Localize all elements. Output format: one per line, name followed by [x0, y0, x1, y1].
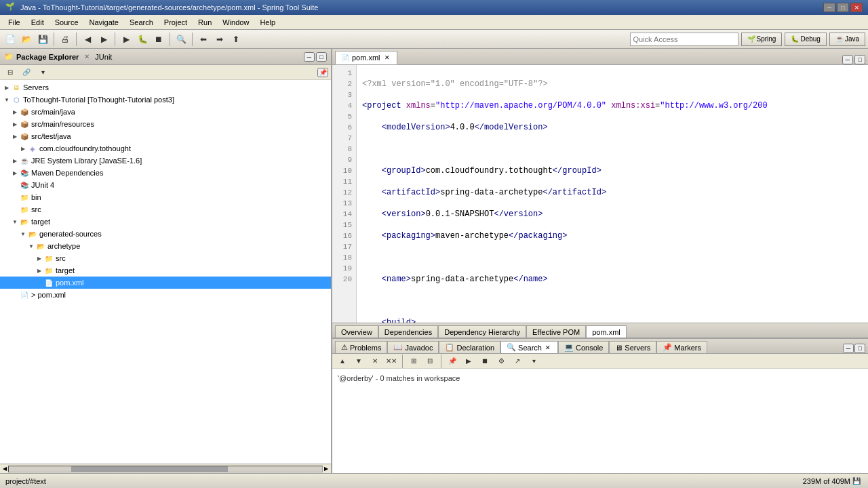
menu-edit[interactable]: Edit: [26, 17, 50, 28]
menu-source[interactable]: Source: [50, 17, 84, 28]
tree-item-pom-xml-root[interactable]: ▶ 📄 > pom.xml: [0, 289, 331, 301]
close-button[interactable]: ✕: [850, 3, 863, 12]
menu-navigate[interactable]: Navigate: [84, 17, 124, 28]
tree-item-src-main-resources[interactable]: ▶ 📦 src/main/resources: [0, 118, 331, 130]
toolbar-nav2[interactable]: ➡: [212, 32, 227, 47]
src-test-java-arrow[interactable]: ▶: [11, 134, 19, 140]
bp-tab-console[interactable]: 💻 Console: [558, 341, 609, 353]
junit-tab[interactable]: JUnit: [95, 53, 112, 61]
bottom-tab-dependencies[interactable]: Dependencies: [378, 325, 438, 338]
menu-run[interactable]: Run: [193, 17, 217, 28]
editor-minimize[interactable]: ─: [842, 55, 853, 64]
menu-window[interactable]: Window: [217, 17, 254, 28]
search-next-button[interactable]: ▼: [351, 354, 366, 369]
toolbar-search[interactable]: 🔍: [174, 32, 189, 47]
tree-item-src[interactable]: ▶ 📁 src: [0, 203, 331, 216]
src-main-resources-arrow[interactable]: ▶: [11, 121, 19, 127]
explorer-menu[interactable]: ▾: [35, 65, 50, 80]
toolbar-back[interactable]: ◀: [80, 32, 95, 47]
bp-tab-problems[interactable]: ⚠ Problems: [335, 341, 387, 353]
search-collapse[interactable]: ⊟: [422, 354, 437, 369]
target-arrow[interactable]: ▼: [11, 219, 19, 225]
debug-perspective-button[interactable]: 🐛 Debug: [785, 33, 826, 46]
gc-button[interactable]: 💾: [850, 476, 863, 487]
minimize-button[interactable]: ─: [823, 3, 835, 12]
tree-item-bin[interactable]: ▶ 📁 bin: [0, 191, 331, 203]
code-content[interactable]: <?xml version="1.0" encoding="UTF-8"?> <…: [357, 65, 868, 323]
tree-item-archetype-target[interactable]: ▶ 📁 target: [0, 264, 331, 277]
bp-tab-search[interactable]: 🔍 Search ✕: [500, 341, 558, 353]
search-settings[interactable]: ⚙: [494, 354, 509, 369]
quick-access-input[interactable]: [630, 33, 738, 46]
horiz-scroll-bar[interactable]: [8, 466, 323, 472]
tree-item-servers[interactable]: ▶ 🖥 Servers: [0, 81, 331, 94]
jre-arrow[interactable]: ▶: [11, 158, 19, 164]
explorer-collapse-all[interactable]: ⊟: [3, 65, 18, 80]
window-controls[interactable]: ─ □ ✕: [823, 3, 863, 12]
toolbar-stop[interactable]: ⏹: [151, 32, 166, 47]
editor-tab-close[interactable]: ✕: [383, 54, 391, 62]
left-panel-minimize[interactable]: ─: [304, 52, 315, 62]
menu-file[interactable]: File: [3, 17, 26, 28]
bottom-tab-effective-pom[interactable]: Effective POM: [526, 325, 586, 338]
toolbar-run[interactable]: ▶: [119, 32, 134, 47]
toolbar-print[interactable]: 🖨: [58, 32, 73, 47]
search-pin[interactable]: 📌: [445, 354, 460, 369]
menu-help[interactable]: Help: [254, 17, 281, 28]
left-panel-maximize[interactable]: □: [316, 52, 327, 62]
search-remove-all[interactable]: ✕✕: [384, 354, 399, 369]
archetype-arrow[interactable]: ▼: [27, 243, 35, 249]
tree-item-pom-xml-child[interactable]: ▶ 📄 pom.xml: [0, 277, 331, 289]
bottom-tab-pom-xml[interactable]: pom.xml: [586, 325, 627, 338]
left-panel-horiz-scroll[interactable]: ◀ ▶: [0, 464, 331, 473]
toolbar-nav1[interactable]: ⬅: [196, 32, 211, 47]
toolbar-nav3[interactable]: ⬆: [229, 32, 243, 47]
java-perspective-button[interactable]: ☕ Java: [829, 33, 865, 46]
code-editor[interactable]: 1 2 3 4 5 6 7 8 9 10 11 12 13 14 15 16 1…: [332, 65, 868, 323]
search-tab-close[interactable]: ✕: [544, 344, 552, 352]
explorer-link[interactable]: 🔗: [19, 65, 34, 80]
tree-item-archetype-src[interactable]: ▶ 📁 src: [0, 252, 331, 264]
tree-item-target[interactable]: ▼ 📂 target: [0, 216, 331, 228]
scroll-left-arrow[interactable]: ◀: [1, 466, 8, 472]
bp-tab-declaration[interactable]: 📋 Declaration: [439, 341, 500, 353]
com-cloudfoundry-arrow[interactable]: ▶: [19, 146, 27, 152]
spring-perspective-button[interactable]: 🌱 Spring: [741, 33, 783, 46]
bottom-tab-dependency-hierarchy[interactable]: Dependency Hierarchy: [438, 325, 526, 338]
search-menu[interactable]: ▾: [526, 354, 541, 369]
toolbar-open[interactable]: 📂: [19, 32, 34, 47]
search-prev-button[interactable]: ▲: [335, 354, 350, 369]
bottom-panel-minimize[interactable]: ─: [843, 344, 854, 353]
bottom-panel-maximize[interactable]: □: [854, 344, 865, 353]
menu-project[interactable]: Project: [159, 17, 193, 28]
bp-tab-javadoc[interactable]: 📖 Javadoc: [387, 341, 439, 353]
toolbar-debug[interactable]: 🐛: [135, 32, 150, 47]
package-tree[interactable]: ▶ 🖥 Servers ▼ ⬡ ToThought-Tutorial [ToTh…: [0, 80, 331, 464]
tree-item-tothought[interactable]: ▼ ⬡ ToThought-Tutorial [ToThought-Tutori…: [0, 94, 331, 106]
search-expand[interactable]: ⊞: [406, 354, 421, 369]
toolbar-save[interactable]: 💾: [35, 32, 50, 47]
editor-tab-pom-xml[interactable]: 📄 pom.xml ✕: [335, 51, 397, 64]
menu-search[interactable]: Search: [124, 17, 159, 28]
bp-tab-servers[interactable]: 🖥 Servers: [609, 341, 656, 353]
search-remove-match[interactable]: ✕: [368, 354, 382, 369]
tree-item-jre[interactable]: ▶ ☕ JRE System Library [JavaSE-1.6]: [0, 155, 331, 167]
tothought-arrow[interactable]: ▼: [3, 97, 11, 103]
maven-deps-arrow[interactable]: ▶: [11, 170, 19, 176]
scroll-right-arrow[interactable]: ▶: [323, 466, 330, 472]
search-export[interactable]: ↗: [510, 354, 525, 369]
editor-maximize[interactable]: □: [854, 55, 865, 64]
tree-item-com-cloudfoundry[interactable]: ▶ ◈ com.cloudfoundry.tothought: [0, 142, 331, 155]
generated-sources-arrow[interactable]: ▼: [19, 231, 27, 237]
tree-item-src-main-java[interactable]: ▶ 📦 src/main/java: [0, 106, 331, 118]
explorer-pin[interactable]: 📌: [317, 68, 328, 77]
src-main-java-arrow[interactable]: ▶: [11, 109, 19, 115]
maximize-button[interactable]: □: [837, 3, 849, 12]
servers-arrow[interactable]: ▶: [3, 85, 11, 91]
tree-item-maven-deps[interactable]: ▶ 📚 Maven Dependencies: [0, 167, 331, 179]
archetype-src-arrow[interactable]: ▶: [35, 256, 43, 262]
tree-item-archetype[interactable]: ▼ 📂 archetype: [0, 240, 331, 252]
bottom-tab-overview[interactable]: Overview: [335, 325, 378, 338]
tree-item-generated-sources[interactable]: ▼ 📂 generated-sources: [0, 228, 331, 240]
tree-item-junit4[interactable]: ▶ 📚 JUnit 4: [0, 179, 331, 191]
